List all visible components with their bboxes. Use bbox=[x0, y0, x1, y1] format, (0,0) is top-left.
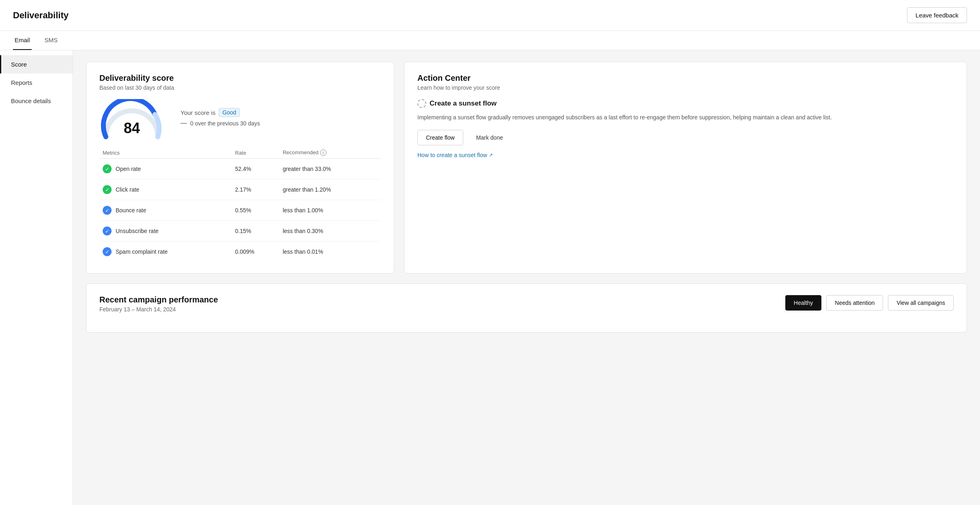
metric-rate-3: 0.15% bbox=[232, 221, 279, 242]
sunset-flow-icon bbox=[417, 99, 426, 108]
metric-rate-4: 0.009% bbox=[232, 242, 279, 262]
top-header: Deliverability Leave feedback bbox=[0, 0, 980, 31]
table-row: ✓ Click rate 2.17% greater than 1.20% bbox=[99, 179, 381, 200]
action-item: Create a sunset flow Implementing a suns… bbox=[417, 99, 954, 158]
score-status-badge: Good bbox=[219, 108, 240, 117]
campaigns-header: Recent campaign performance February 13 … bbox=[99, 295, 954, 321]
score-info: Your score is Good 0 over the previous 3… bbox=[181, 108, 260, 127]
campaigns-title-area: Recent campaign performance February 13 … bbox=[99, 295, 218, 321]
sidebar: Score Reports Bounce details bbox=[0, 50, 73, 505]
main-content: Deliverability score Based on last 30 da… bbox=[73, 50, 980, 505]
metric-recommended-2: less than 1.00% bbox=[279, 200, 381, 221]
gauge-area: 84 Your score is Good 0 over the previou… bbox=[99, 99, 381, 136]
view-all-campaigns-button[interactable]: View all campaigns bbox=[888, 295, 954, 311]
metric-name-cell-2: ✓ Bounce rate bbox=[99, 200, 232, 221]
metrics-col-rate: Rate bbox=[232, 147, 279, 159]
sidebar-item-bounce-details[interactable]: Bounce details bbox=[0, 92, 73, 110]
action-item-title: Create a sunset flow bbox=[417, 99, 954, 108]
metric-status-icon-2: ✓ bbox=[103, 206, 112, 215]
recommended-info-icon[interactable]: i bbox=[320, 149, 327, 156]
tabs-bar: Email SMS bbox=[0, 31, 980, 50]
campaigns-card-title: Recent campaign performance bbox=[99, 295, 218, 304]
metric-name-4: Spam complaint rate bbox=[116, 248, 168, 255]
tab-email[interactable]: Email bbox=[13, 31, 32, 50]
campaigns-card-subtitle: February 13 – March 14, 2024 bbox=[99, 306, 218, 313]
sidebar-item-score[interactable]: Score bbox=[0, 55, 73, 73]
change-dash bbox=[181, 123, 187, 124]
metric-name-3: Unsubscribe rate bbox=[116, 228, 159, 234]
change-badge: 0 over the previous 30 days bbox=[181, 120, 260, 127]
metric-name-cell-3: ✓ Unsubscribe rate bbox=[99, 221, 232, 242]
metric-name-cell-0: ✓ Open rate bbox=[99, 159, 232, 179]
metric-name-2: Bounce rate bbox=[116, 207, 146, 214]
metric-status-icon-4: ✓ bbox=[103, 247, 112, 256]
metrics-table: Metrics Rate Recommended i ✓ Open rate bbox=[99, 147, 381, 262]
gauge-container: 84 bbox=[99, 99, 164, 136]
metric-status-icon-3: ✓ bbox=[103, 227, 112, 235]
metric-recommended-4: less than 0.01% bbox=[279, 242, 381, 262]
score-card: Deliverability score Based on last 30 da… bbox=[86, 62, 394, 274]
healthy-button[interactable]: Healthy bbox=[785, 295, 821, 311]
table-row: ✓ Open rate 52.4% greater than 33.0% bbox=[99, 159, 381, 179]
metric-status-icon-0: ✓ bbox=[103, 164, 112, 173]
metric-recommended-1: greater than 1.20% bbox=[279, 179, 381, 200]
metrics-col-recommended: Recommended i bbox=[279, 147, 381, 159]
metric-name-cell-1: ✓ Click rate bbox=[99, 179, 232, 200]
needs-attention-button[interactable]: Needs attention bbox=[826, 295, 883, 311]
metric-name-cell-4: ✓ Spam complaint rate bbox=[99, 242, 232, 262]
metric-rate-1: 2.17% bbox=[232, 179, 279, 200]
action-item-desc: Implementing a sunset flow gradually rem… bbox=[417, 113, 954, 122]
top-cards-row: Deliverability score Based on last 30 da… bbox=[86, 62, 967, 274]
table-row: ✓ Unsubscribe rate 0.15% less than 0.30% bbox=[99, 221, 381, 242]
table-row: ✓ Bounce rate 0.55% less than 1.00% bbox=[99, 200, 381, 221]
action-center-card: Action Center Learn how to improve your … bbox=[404, 62, 967, 274]
metric-name-0: Open rate bbox=[116, 166, 141, 172]
metric-rate-2: 0.55% bbox=[232, 200, 279, 221]
metrics-col-name: Metrics bbox=[99, 147, 232, 159]
main-layout: Score Reports Bounce details Deliverabil… bbox=[0, 50, 980, 505]
action-center-subtitle: Learn how to improve your score bbox=[417, 84, 954, 91]
metric-name-1: Click rate bbox=[116, 186, 139, 193]
score-label-text: Your score is bbox=[181, 109, 215, 116]
change-value: 0 bbox=[190, 120, 193, 127]
table-row: ✓ Spam complaint rate 0.009% less than 0… bbox=[99, 242, 381, 262]
metric-status-icon-1: ✓ bbox=[103, 185, 112, 194]
action-center-title: Action Center bbox=[417, 73, 954, 83]
sidebar-item-reports[interactable]: Reports bbox=[0, 73, 73, 92]
mark-done-button[interactable]: Mark done bbox=[468, 130, 511, 145]
how-to-link[interactable]: How to create a sunset flow ↗ bbox=[417, 152, 954, 158]
change-label: over the previous 30 days bbox=[195, 120, 260, 127]
campaigns-actions: Healthy Needs attention View all campaig… bbox=[785, 295, 954, 311]
metric-recommended-3: less than 0.30% bbox=[279, 221, 381, 242]
leave-feedback-button[interactable]: Leave feedback bbox=[907, 7, 967, 23]
action-buttons: Create flow Mark done bbox=[417, 130, 954, 145]
tab-sms[interactable]: SMS bbox=[43, 31, 60, 50]
score-card-title: Deliverability score bbox=[99, 73, 381, 83]
campaigns-card: Recent campaign performance February 13 … bbox=[86, 283, 967, 332]
score-label: Your score is Good bbox=[181, 108, 260, 117]
external-link-icon: ↗ bbox=[489, 152, 493, 158]
metric-rate-0: 52.4% bbox=[232, 159, 279, 179]
page-title: Deliverability bbox=[13, 10, 69, 21]
score-card-subtitle: Based on last 30 days of data bbox=[99, 84, 381, 91]
create-flow-button[interactable]: Create flow bbox=[417, 130, 463, 145]
metric-recommended-0: greater than 33.0% bbox=[279, 159, 381, 179]
gauge-score: 84 bbox=[124, 121, 140, 136]
